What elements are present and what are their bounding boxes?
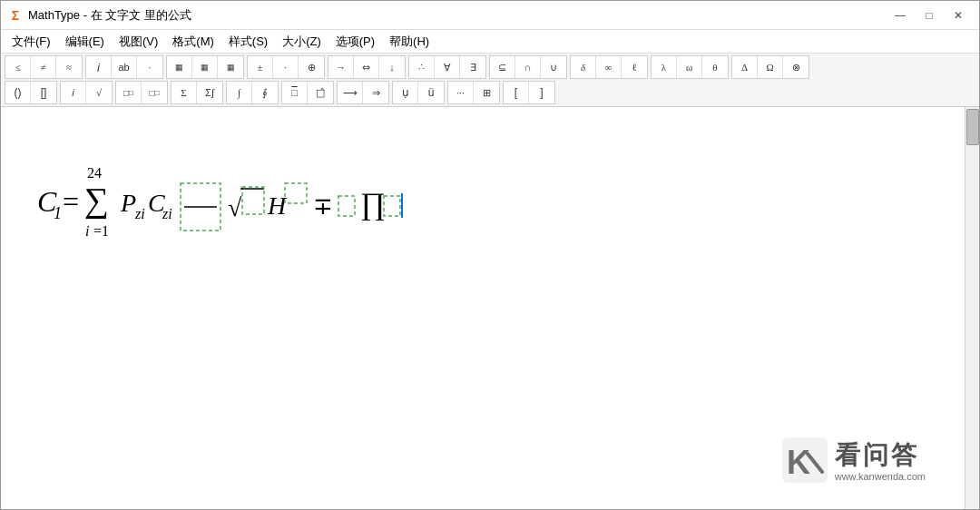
toolbar-group-misc: Δ Ω ⊗ <box>731 55 809 79</box>
watermark-text-container: 看问答 www.kanwenda.com <box>835 438 926 482</box>
toolbar-btn-superscript[interactable]: □□ <box>116 82 142 103</box>
toolbar-group-logic: ∴ ∀ ∃ <box>408 55 486 79</box>
toolbar-btn-longrightarrow[interactable]: ⟶ <box>338 82 363 103</box>
scrollbar-thumb[interactable] <box>966 109 979 145</box>
maximize-button[interactable]: □ <box>916 5 943 25</box>
svg-text:√: √ <box>228 193 242 221</box>
toolbar-btn-m3[interactable]: ▦ <box>218 56 243 78</box>
toolbar-btn-cup[interactable]: ∪ <box>541 56 566 78</box>
title-bar-left: Σ MathType - 在 文字文 里的公式 <box>8 7 191 24</box>
toolbar-btn-oint[interactable]: ∮ <box>252 82 278 103</box>
toolbar-btn-leq[interactable]: ≤ <box>5 56 31 78</box>
toolbar-group-greek: λ ω θ <box>651 55 729 79</box>
toolbar-group-arrows: → ⇔ ↓ <box>328 55 406 79</box>
toolbar-group-dots: ụ ü <box>392 81 445 104</box>
toolbar-btn-Rightarrow[interactable]: ⇒ <box>363 82 388 103</box>
toolbar-btn-lambda[interactable]: λ <box>652 56 677 78</box>
menu-edit[interactable]: 编辑(E) <box>58 32 112 52</box>
toolbar-btn-forall[interactable]: ∀ <box>435 56 460 78</box>
toolbar-btn-hat[interactable]: □̂ <box>308 82 333 103</box>
toolbar-btn-oplus[interactable]: ⊕ <box>299 56 324 78</box>
menu-size[interactable]: 大小(Z) <box>275 32 328 52</box>
toolbar-btn-Omega[interactable]: Ω <box>758 56 783 78</box>
toolbar-btn-dot[interactable]: · <box>137 56 162 78</box>
toolbar-btn-paren[interactable]: () <box>5 82 31 103</box>
svg-text:K: K <box>787 444 810 481</box>
scrollbar-vertical[interactable] <box>965 107 979 509</box>
toolbar-btn-pm[interactable]: ± <box>248 56 273 78</box>
toolbar-group-roots: i √ <box>60 81 113 104</box>
toolbar-row-1: ≤ ≠ ≈ i ab · ▦ ▦ ▦ ± · ⊕ → ⇔ ↓ <box>5 55 975 79</box>
toolbar-btn-nthroot[interactable]: i <box>61 82 86 103</box>
toolbar-btn-leftrightarrow[interactable]: ⇔ <box>354 56 379 78</box>
menu-view[interactable]: 视图(V) <box>112 32 165 52</box>
formula-display: C 1 = ∑ 24 i =1 P zi C zi <box>28 143 518 252</box>
toolbar-group-integrals: ∫ ∮ <box>226 81 279 104</box>
toolbar-btn-theta[interactable]: θ <box>702 56 728 78</box>
title-bar: Σ MathType - 在 文字文 里的公式 — □ ✕ <box>1 1 979 30</box>
toolbar-group-text: i ab · <box>85 55 163 79</box>
toolbar-btn-bracket[interactable]: [] <box>31 82 56 103</box>
toolbar-btn-int[interactable]: ∫ <box>227 82 252 103</box>
toolbar-btn-lbracket[interactable]: [ <box>504 82 529 103</box>
svg-text:∓: ∓ <box>313 193 333 220</box>
toolbar-btn-cap[interactable]: ∩ <box>515 56 541 78</box>
svg-text:=1: =1 <box>93 223 109 239</box>
toolbar-btn-subscript[interactable]: □□ <box>142 82 167 103</box>
toolbar-btn-sum[interactable]: Σ <box>172 82 197 103</box>
toolbar-group-sets: ⊆ ∩ ∪ <box>489 55 567 79</box>
watermark-url-text: www.kanwenda.com <box>835 471 926 482</box>
toolbar-btn-cdots[interactable]: ··· <box>448 82 474 103</box>
toolbar-btn-approx[interactable]: ≈ <box>56 56 82 78</box>
toolbar-btn-downarrow[interactable]: ↓ <box>379 56 405 78</box>
toolbar-btn-infty[interactable]: ∞ <box>596 56 622 78</box>
main-window: Σ MathType - 在 文字文 里的公式 — □ ✕ 文件(F) 编辑(E… <box>0 0 980 510</box>
toolbar-btn-ell[interactable]: ℓ <box>622 56 647 78</box>
toolbar-btn-rbracket[interactable]: ] <box>529 82 554 103</box>
watermark-main-text: 看问答 <box>835 438 926 473</box>
toolbar-btn-grid[interactable]: ⊞ <box>474 82 499 103</box>
menu-style[interactable]: 样式(S) <box>221 32 275 52</box>
toolbar-btn-udotdot[interactable]: ü <box>418 82 444 103</box>
toolbar-btn-neq[interactable]: ≠ <box>31 56 56 78</box>
toolbar-group-operators: ± · ⊕ <box>247 55 325 79</box>
toolbar-btn-delta[interactable]: δ <box>571 56 596 78</box>
menu-help[interactable]: 帮助(H) <box>382 32 436 52</box>
svg-rect-21 <box>384 196 400 216</box>
toolbar-btn-ab[interactable]: ab <box>112 56 137 78</box>
toolbar-btn-m1[interactable]: ▦ <box>167 56 192 78</box>
menu-bar: 文件(F) 编辑(E) 视图(V) 格式(M) 样式(S) 大小(Z) 选项(P… <box>1 30 979 54</box>
svg-text:24: 24 <box>87 165 102 181</box>
toolbar-btn-italic-i[interactable]: i <box>86 56 112 78</box>
watermark: K 看问答 www.kanwenda.com <box>782 437 926 483</box>
toolbar-group-scripts: □□ □□ <box>115 81 168 104</box>
toolbar-btn-overline[interactable]: □ <box>282 82 308 103</box>
toolbar-btn-exists[interactable]: ∃ <box>460 56 485 78</box>
toolbar-btn-rightarrow[interactable]: → <box>328 56 354 78</box>
svg-text:zi: zi <box>134 206 145 221</box>
close-button[interactable]: ✕ <box>945 5 972 25</box>
toolbar-btn-cdot[interactable]: · <box>273 56 299 78</box>
toolbar-btn-m2[interactable]: ▦ <box>192 56 218 78</box>
toolbar-btn-sqrt[interactable]: √ <box>86 82 112 103</box>
minimize-button[interactable]: — <box>887 5 914 25</box>
menu-options[interactable]: 选项(P) <box>328 32 382 52</box>
toolbar-btn-udot[interactable]: ụ <box>393 82 418 103</box>
toolbar-group-relations: ≤ ≠ ≈ <box>5 55 83 79</box>
svg-rect-17 <box>285 183 307 203</box>
toolbar-btn-subseteq[interactable]: ⊆ <box>490 56 515 78</box>
menu-file[interactable]: 文件(F) <box>5 32 58 52</box>
toolbar-btn-Delta[interactable]: Δ <box>732 56 758 78</box>
toolbar-btn-sum-int[interactable]: Σ∫ <box>197 82 222 103</box>
toolbar-btn-therefore[interactable]: ∴ <box>409 56 435 78</box>
svg-text:zi: zi <box>162 206 172 221</box>
watermark-logo: K <box>782 437 828 483</box>
svg-rect-19 <box>338 196 355 216</box>
toolbar-btn-omega[interactable]: ω <box>677 56 702 78</box>
toolbar-group-overline: □ □̂ <box>281 81 334 104</box>
menu-format[interactable]: 格式(M) <box>165 32 221 52</box>
svg-text:∑: ∑ <box>84 181 109 220</box>
toolbar-btn-otimes[interactable]: ⊗ <box>783 56 808 78</box>
toolbar-area: ≤ ≠ ≈ i ab · ▦ ▦ ▦ ± · ⊕ → ⇔ ↓ <box>1 54 979 107</box>
toolbar-group-infty: δ ∞ ℓ <box>570 55 648 79</box>
